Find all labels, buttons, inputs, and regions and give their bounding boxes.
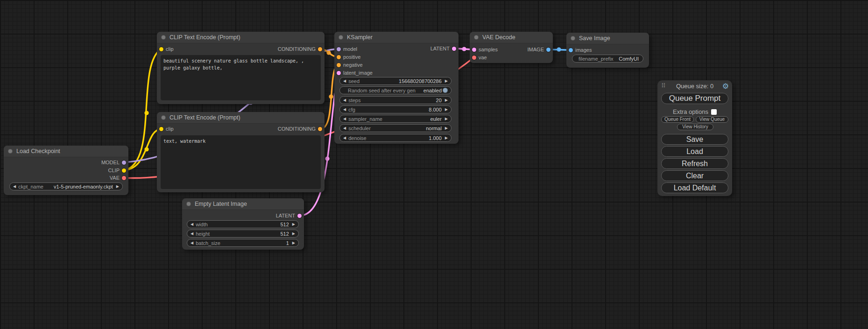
ckpt-name-widget[interactable]: ◀ ckpt_name v1-5-pruned-emaonly.ckpt ▶ xyxy=(9,182,123,190)
input-positive[interactable]: positive xyxy=(334,54,360,60)
node-title-bar[interactable]: KSampler xyxy=(334,32,459,43)
input-vae[interactable]: vae xyxy=(470,54,487,61)
view-history-button[interactable]: View History xyxy=(677,124,713,130)
output-conditioning[interactable]: CONDITIONING xyxy=(278,46,325,52)
input-latent-image[interactable]: latent_image xyxy=(334,70,373,76)
refresh-button[interactable]: Refresh xyxy=(661,158,728,169)
load-default-button[interactable]: Load Default xyxy=(661,182,728,193)
collapse-dot-icon[interactable] xyxy=(339,35,343,40)
vae-port-icon[interactable] xyxy=(472,56,476,60)
input-model[interactable]: model xyxy=(334,46,357,52)
input-clip[interactable]: clip xyxy=(157,126,174,132)
increment-arrow-icon[interactable]: ▶ xyxy=(445,115,448,122)
increment-arrow-icon[interactable]: ▶ xyxy=(445,134,448,141)
output-conditioning[interactable]: CONDITIONING xyxy=(278,126,325,132)
increment-arrow-icon[interactable]: ▶ xyxy=(292,221,295,228)
decrement-arrow-icon[interactable]: ◀ xyxy=(343,115,346,122)
conditioning-port-icon[interactable] xyxy=(318,47,322,51)
decrement-arrow-icon[interactable]: ◀ xyxy=(343,77,346,84)
conditioning-port-icon[interactable] xyxy=(337,63,341,67)
node-ksampler[interactable]: KSampler model positive negative latent_… xyxy=(334,32,459,144)
cfg-widget[interactable]: ◀ cfg 8.000 ▶ xyxy=(339,105,452,113)
increment-arrow-icon[interactable]: ▶ xyxy=(292,239,295,246)
node-title-bar[interactable]: CLIP Text Encode (Prompt) xyxy=(157,112,325,124)
save-button[interactable]: Save xyxy=(661,134,728,145)
node-empty-latent-image[interactable]: Empty Latent Image LATENT ◀ width 512 ▶ … xyxy=(182,198,304,250)
input-samples[interactable]: samples xyxy=(470,46,498,53)
node-load-checkpoint[interactable]: Load Checkpoint MODEL CLIP VAE ◀ ckpt_na… xyxy=(4,146,128,195)
image-port-icon[interactable] xyxy=(546,48,550,52)
increment-arrow-icon[interactable]: ▶ xyxy=(116,183,119,190)
collapse-dot-icon[interactable] xyxy=(8,149,13,154)
output-latent[interactable]: LATENT xyxy=(276,212,304,219)
collapse-dot-icon[interactable] xyxy=(161,35,166,40)
node-graph-canvas[interactable]: Load Checkpoint MODEL CLIP VAE ◀ ckpt_na… xyxy=(0,0,868,329)
model-port-icon[interactable] xyxy=(337,47,341,51)
increment-arrow-icon[interactable]: ▶ xyxy=(445,125,448,132)
extra-options-checkbox[interactable] xyxy=(711,109,717,115)
vae-port-icon[interactable] xyxy=(122,176,126,180)
latent-port-icon[interactable] xyxy=(337,71,341,75)
output-vae[interactable]: VAE xyxy=(110,175,128,181)
scheduler-widget[interactable]: ◀ scheduler normal ▶ xyxy=(339,124,452,132)
filename-prefix-widget[interactable]: filename_prefix ComfyUI xyxy=(572,55,643,63)
node-vae-decode[interactable]: VAE Decode samples vae IMAGE xyxy=(470,32,553,63)
input-images[interactable]: images xyxy=(566,47,592,53)
denoise-widget[interactable]: ◀ denoise 1.000 ▶ xyxy=(339,134,452,142)
latent-port-icon[interactable] xyxy=(297,214,302,218)
seed-widget[interactable]: ◀ seed 156680208700286 ▶ xyxy=(339,77,452,85)
increment-arrow-icon[interactable]: ▶ xyxy=(292,230,295,237)
node-clip-text-encode-positive[interactable]: CLIP Text Encode (Prompt) clip CONDITION… xyxy=(157,32,325,104)
batch-size-widget[interactable]: ◀ batch_size 1 ▶ xyxy=(187,239,299,247)
decrement-arrow-icon[interactable]: ◀ xyxy=(191,230,193,237)
queue-panel[interactable]: ⠿ Queue size: 0 ⚙ Queue Prompt Extra opt… xyxy=(657,80,732,196)
input-negative[interactable]: negative xyxy=(334,62,363,68)
node-title-bar[interactable]: CLIP Text Encode (Prompt) xyxy=(157,32,325,43)
steps-widget[interactable]: ◀ steps 20 ▶ xyxy=(339,96,452,104)
collapse-dot-icon[interactable] xyxy=(571,36,575,41)
decrement-arrow-icon[interactable]: ◀ xyxy=(191,239,193,246)
decrement-arrow-icon[interactable]: ◀ xyxy=(343,97,346,104)
image-port-icon[interactable] xyxy=(569,48,573,52)
decrement-arrow-icon[interactable]: ◀ xyxy=(343,134,346,141)
decrement-arrow-icon[interactable]: ◀ xyxy=(13,183,16,190)
output-model[interactable]: MODEL xyxy=(101,159,128,166)
latent-port-icon[interactable] xyxy=(452,47,456,51)
decrement-arrow-icon[interactable]: ◀ xyxy=(343,125,346,132)
node-title-bar[interactable]: Save Image xyxy=(566,33,649,44)
positive-prompt-textarea[interactable]: beautiful scenery nature glass bottle la… xyxy=(161,55,321,100)
negative-prompt-textarea[interactable]: text, watermark xyxy=(161,135,321,189)
height-widget[interactable]: ◀ height 512 ▶ xyxy=(187,230,299,238)
queue-front-button[interactable]: Queue Front xyxy=(661,116,694,123)
output-image[interactable]: IMAGE xyxy=(528,46,553,53)
output-latent[interactable]: LATENT xyxy=(430,45,459,52)
node-title-bar[interactable]: VAE Decode xyxy=(470,32,553,43)
decrement-arrow-icon[interactable]: ◀ xyxy=(343,106,346,113)
node-save-image[interactable]: Save Image images filename_prefix ComfyU… xyxy=(566,33,649,68)
width-widget[interactable]: ◀ width 512 ▶ xyxy=(187,220,299,228)
increment-arrow-icon[interactable]: ▶ xyxy=(445,77,448,84)
load-button[interactable]: Load xyxy=(661,146,728,157)
output-clip[interactable]: CLIP xyxy=(108,167,128,174)
node-title-bar[interactable]: Load Checkpoint xyxy=(4,146,128,157)
decrement-arrow-icon[interactable]: ◀ xyxy=(191,221,193,228)
conditioning-port-icon[interactable] xyxy=(318,127,322,131)
clip-port-icon[interactable] xyxy=(159,47,163,51)
increment-arrow-icon[interactable]: ▶ xyxy=(445,97,448,104)
conditioning-port-icon[interactable] xyxy=(337,55,341,59)
collapse-dot-icon[interactable] xyxy=(474,35,479,40)
collapse-dot-icon[interactable] xyxy=(161,115,166,120)
sampler-name-widget[interactable]: ◀ sampler_name euler ▶ xyxy=(339,115,452,123)
random-seed-widget[interactable]: Random seed after every gen enabled xyxy=(339,86,452,94)
model-port-icon[interactable] xyxy=(122,161,126,165)
clip-port-icon[interactable] xyxy=(122,168,126,173)
node-clip-text-encode-negative[interactable]: CLIP Text Encode (Prompt) clip CONDITION… xyxy=(157,112,325,192)
input-clip[interactable]: clip xyxy=(157,46,174,52)
node-title-bar[interactable]: Empty Latent Image xyxy=(182,198,304,210)
clear-button[interactable]: Clear xyxy=(661,170,728,181)
collapse-dot-icon[interactable] xyxy=(186,202,191,206)
queue-prompt-button[interactable]: Queue Prompt xyxy=(661,93,728,104)
increment-arrow-icon[interactable]: ▶ xyxy=(445,106,448,113)
latent-port-icon[interactable] xyxy=(472,48,476,52)
toggle-icon[interactable] xyxy=(443,88,448,93)
